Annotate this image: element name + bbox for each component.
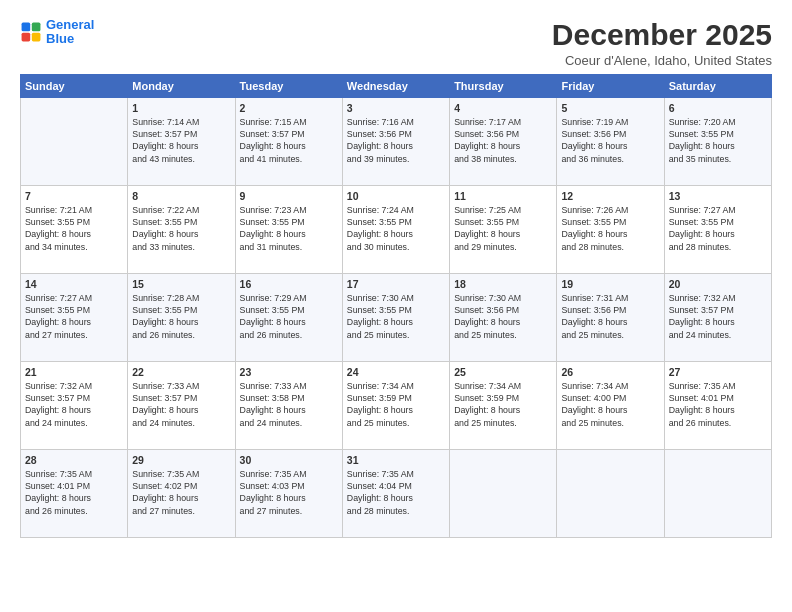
main-title: December 2025 — [552, 18, 772, 51]
day-number: 3 — [347, 101, 445, 115]
day-number: 13 — [669, 189, 767, 203]
calendar-cell: 10Sunrise: 7:24 AM Sunset: 3:55 PM Dayli… — [342, 186, 449, 274]
calendar-cell — [21, 98, 128, 186]
cell-content: Sunrise: 7:28 AM Sunset: 3:55 PM Dayligh… — [132, 292, 230, 341]
day-number: 23 — [240, 365, 338, 379]
cell-content: Sunrise: 7:25 AM Sunset: 3:55 PM Dayligh… — [454, 204, 552, 253]
page: General Blue December 2025 Coeur d'Alene… — [0, 0, 792, 612]
cell-content: Sunrise: 7:19 AM Sunset: 3:56 PM Dayligh… — [561, 116, 659, 165]
cell-content: Sunrise: 7:35 AM Sunset: 4:01 PM Dayligh… — [25, 468, 123, 517]
calendar-header-monday: Monday — [128, 75, 235, 98]
subtitle: Coeur d'Alene, Idaho, United States — [552, 53, 772, 68]
cell-content: Sunrise: 7:34 AM Sunset: 3:59 PM Dayligh… — [454, 380, 552, 429]
svg-rect-3 — [32, 33, 41, 42]
calendar-cell: 23Sunrise: 7:33 AM Sunset: 3:58 PM Dayli… — [235, 362, 342, 450]
calendar-week-1: 1Sunrise: 7:14 AM Sunset: 3:57 PM Daylig… — [21, 98, 772, 186]
cell-content: Sunrise: 7:33 AM Sunset: 3:57 PM Dayligh… — [132, 380, 230, 429]
calendar-header-wednesday: Wednesday — [342, 75, 449, 98]
day-number: 17 — [347, 277, 445, 291]
cell-content: Sunrise: 7:17 AM Sunset: 3:56 PM Dayligh… — [454, 116, 552, 165]
cell-content: Sunrise: 7:35 AM Sunset: 4:04 PM Dayligh… — [347, 468, 445, 517]
calendar-week-3: 14Sunrise: 7:27 AM Sunset: 3:55 PM Dayli… — [21, 274, 772, 362]
calendar-cell: 15Sunrise: 7:28 AM Sunset: 3:55 PM Dayli… — [128, 274, 235, 362]
logo: General Blue — [20, 18, 94, 47]
cell-content: Sunrise: 7:34 AM Sunset: 3:59 PM Dayligh… — [347, 380, 445, 429]
calendar-cell — [557, 450, 664, 538]
day-number: 30 — [240, 453, 338, 467]
header: General Blue December 2025 Coeur d'Alene… — [20, 18, 772, 68]
day-number: 4 — [454, 101, 552, 115]
svg-rect-0 — [22, 23, 31, 32]
cell-content: Sunrise: 7:14 AM Sunset: 3:57 PM Dayligh… — [132, 116, 230, 165]
cell-content: Sunrise: 7:29 AM Sunset: 3:55 PM Dayligh… — [240, 292, 338, 341]
calendar-cell: 27Sunrise: 7:35 AM Sunset: 4:01 PM Dayli… — [664, 362, 771, 450]
calendar-header-thursday: Thursday — [450, 75, 557, 98]
calendar-cell: 12Sunrise: 7:26 AM Sunset: 3:55 PM Dayli… — [557, 186, 664, 274]
day-number: 9 — [240, 189, 338, 203]
calendar-cell: 14Sunrise: 7:27 AM Sunset: 3:55 PM Dayli… — [21, 274, 128, 362]
logo-text: General Blue — [46, 18, 94, 47]
calendar-cell: 3Sunrise: 7:16 AM Sunset: 3:56 PM Daylig… — [342, 98, 449, 186]
logo-line2: Blue — [46, 31, 74, 46]
cell-content: Sunrise: 7:15 AM Sunset: 3:57 PM Dayligh… — [240, 116, 338, 165]
calendar-cell: 18Sunrise: 7:30 AM Sunset: 3:56 PM Dayli… — [450, 274, 557, 362]
day-number: 5 — [561, 101, 659, 115]
calendar-cell: 7Sunrise: 7:21 AM Sunset: 3:55 PM Daylig… — [21, 186, 128, 274]
day-number: 7 — [25, 189, 123, 203]
cell-content: Sunrise: 7:23 AM Sunset: 3:55 PM Dayligh… — [240, 204, 338, 253]
day-number: 1 — [132, 101, 230, 115]
day-number: 14 — [25, 277, 123, 291]
calendar-header-sunday: Sunday — [21, 75, 128, 98]
calendar-cell: 16Sunrise: 7:29 AM Sunset: 3:55 PM Dayli… — [235, 274, 342, 362]
day-number: 24 — [347, 365, 445, 379]
calendar-cell: 5Sunrise: 7:19 AM Sunset: 3:56 PM Daylig… — [557, 98, 664, 186]
calendar-header-friday: Friday — [557, 75, 664, 98]
cell-content: Sunrise: 7:16 AM Sunset: 3:56 PM Dayligh… — [347, 116, 445, 165]
calendar-cell — [450, 450, 557, 538]
calendar-header-row: SundayMondayTuesdayWednesdayThursdayFrid… — [21, 75, 772, 98]
calendar-cell: 21Sunrise: 7:32 AM Sunset: 3:57 PM Dayli… — [21, 362, 128, 450]
cell-content: Sunrise: 7:26 AM Sunset: 3:55 PM Dayligh… — [561, 204, 659, 253]
cell-content: Sunrise: 7:34 AM Sunset: 4:00 PM Dayligh… — [561, 380, 659, 429]
svg-rect-2 — [22, 33, 31, 42]
day-number: 6 — [669, 101, 767, 115]
cell-content: Sunrise: 7:32 AM Sunset: 3:57 PM Dayligh… — [669, 292, 767, 341]
cell-content: Sunrise: 7:31 AM Sunset: 3:56 PM Dayligh… — [561, 292, 659, 341]
day-number: 22 — [132, 365, 230, 379]
calendar-cell: 4Sunrise: 7:17 AM Sunset: 3:56 PM Daylig… — [450, 98, 557, 186]
calendar-cell: 9Sunrise: 7:23 AM Sunset: 3:55 PM Daylig… — [235, 186, 342, 274]
day-number: 29 — [132, 453, 230, 467]
cell-content: Sunrise: 7:35 AM Sunset: 4:01 PM Dayligh… — [669, 380, 767, 429]
calendar-cell: 13Sunrise: 7:27 AM Sunset: 3:55 PM Dayli… — [664, 186, 771, 274]
day-number: 26 — [561, 365, 659, 379]
calendar-cell: 8Sunrise: 7:22 AM Sunset: 3:55 PM Daylig… — [128, 186, 235, 274]
day-number: 19 — [561, 277, 659, 291]
day-number: 12 — [561, 189, 659, 203]
cell-content: Sunrise: 7:33 AM Sunset: 3:58 PM Dayligh… — [240, 380, 338, 429]
cell-content: Sunrise: 7:30 AM Sunset: 3:56 PM Dayligh… — [454, 292, 552, 341]
cell-content: Sunrise: 7:24 AM Sunset: 3:55 PM Dayligh… — [347, 204, 445, 253]
title-block: December 2025 Coeur d'Alene, Idaho, Unit… — [552, 18, 772, 68]
calendar-header-saturday: Saturday — [664, 75, 771, 98]
day-number: 27 — [669, 365, 767, 379]
logo-line1: General — [46, 17, 94, 32]
cell-content: Sunrise: 7:22 AM Sunset: 3:55 PM Dayligh… — [132, 204, 230, 253]
cell-content: Sunrise: 7:21 AM Sunset: 3:55 PM Dayligh… — [25, 204, 123, 253]
day-number: 2 — [240, 101, 338, 115]
calendar-cell — [664, 450, 771, 538]
calendar-cell: 25Sunrise: 7:34 AM Sunset: 3:59 PM Dayli… — [450, 362, 557, 450]
cell-content: Sunrise: 7:32 AM Sunset: 3:57 PM Dayligh… — [25, 380, 123, 429]
calendar-cell: 31Sunrise: 7:35 AM Sunset: 4:04 PM Dayli… — [342, 450, 449, 538]
calendar-cell: 17Sunrise: 7:30 AM Sunset: 3:55 PM Dayli… — [342, 274, 449, 362]
calendar-cell: 29Sunrise: 7:35 AM Sunset: 4:02 PM Dayli… — [128, 450, 235, 538]
calendar-cell: 30Sunrise: 7:35 AM Sunset: 4:03 PM Dayli… — [235, 450, 342, 538]
calendar-cell: 11Sunrise: 7:25 AM Sunset: 3:55 PM Dayli… — [450, 186, 557, 274]
day-number: 21 — [25, 365, 123, 379]
cell-content: Sunrise: 7:27 AM Sunset: 3:55 PM Dayligh… — [669, 204, 767, 253]
calendar-cell: 28Sunrise: 7:35 AM Sunset: 4:01 PM Dayli… — [21, 450, 128, 538]
calendar-week-5: 28Sunrise: 7:35 AM Sunset: 4:01 PM Dayli… — [21, 450, 772, 538]
day-number: 10 — [347, 189, 445, 203]
cell-content: Sunrise: 7:27 AM Sunset: 3:55 PM Dayligh… — [25, 292, 123, 341]
cell-content: Sunrise: 7:30 AM Sunset: 3:55 PM Dayligh… — [347, 292, 445, 341]
calendar-cell: 24Sunrise: 7:34 AM Sunset: 3:59 PM Dayli… — [342, 362, 449, 450]
